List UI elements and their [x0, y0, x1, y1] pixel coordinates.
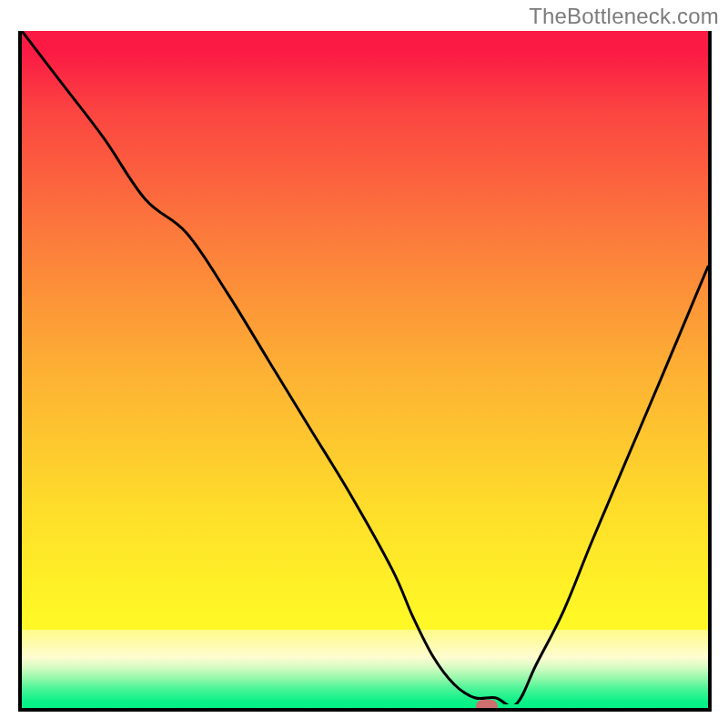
chart-plot-area: [18, 31, 712, 712]
optimal-marker: [476, 700, 498, 712]
watermark-text: TheBottleneck.com: [529, 4, 719, 29]
bottleneck-curve: [22, 31, 708, 704]
